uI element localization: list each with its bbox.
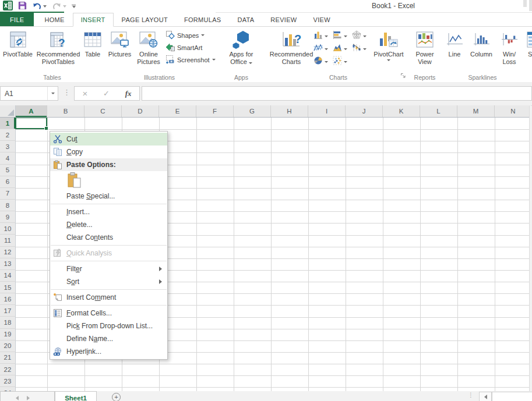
tab-file[interactable]: FILE: [0, 13, 34, 26]
next-sheet-icon[interactable]: [27, 396, 30, 400]
new-sheet-button[interactable]: +: [112, 393, 121, 401]
menu-item-sort[interactable]: Sort: [50, 275, 167, 288]
menu-item-filter[interactable]: Filter: [50, 262, 167, 275]
insert-area-chart-button[interactable]: [332, 42, 351, 55]
tab-formulas[interactable]: FORMULAS: [176, 13, 230, 26]
row-header-16[interactable]: 16: [0, 293, 16, 305]
insert-pie-chart-button[interactable]: [313, 55, 332, 68]
row-header-12[interactable]: 12: [0, 247, 16, 258]
shapes-button[interactable]: Shapes: [164, 29, 213, 41]
cancel-button[interactable]: ×: [82, 88, 87, 98]
column-header-N[interactable]: N: [495, 105, 532, 117]
formula-input[interactable]: [142, 86, 532, 101]
column-header-J[interactable]: J: [346, 105, 383, 117]
row-header-20[interactable]: 20: [0, 340, 16, 352]
recommended-pivottables-button[interactable]: ? Recommended PivotTables: [34, 28, 83, 66]
name-box[interactable]: A1: [0, 86, 58, 101]
row-header-4[interactable]: 4: [0, 152, 16, 164]
online-pictures-button[interactable]: Online Pictures: [133, 28, 164, 66]
apps-for-office-button[interactable]: Apps for Office: [224, 28, 259, 66]
paste-large-icon[interactable]: [66, 172, 83, 189]
row-header-10[interactable]: 10: [0, 223, 16, 235]
row-header-15[interactable]: 15: [0, 282, 16, 293]
menu-item-copy[interactable]: Copy: [50, 146, 167, 158]
menu-item-format-cells[interactable]: Format Cells...: [50, 307, 167, 320]
menu-item-quick-analysis[interactable]: Quick Analysis: [50, 247, 167, 260]
row-header-8[interactable]: 8: [0, 200, 16, 211]
menu-item-insert[interactable]: Insert...: [50, 205, 167, 218]
menu-item-delete[interactable]: Delete...: [50, 218, 167, 231]
tab-page-layout[interactable]: PAGE LAYOUT: [114, 13, 176, 26]
column-header-L[interactable]: L: [420, 105, 457, 117]
column-header-G[interactable]: G: [234, 105, 271, 117]
column-header-H[interactable]: H: [271, 105, 308, 117]
horizontal-scrollbar[interactable]: [492, 392, 532, 401]
menu-item-insert-comment[interactable]: Insert Comment: [50, 291, 167, 304]
row-header-3[interactable]: 3: [0, 141, 16, 152]
sheet-tab-sheet1[interactable]: Sheet1: [55, 391, 97, 401]
column-header-B[interactable]: B: [47, 105, 84, 117]
row-header-13[interactable]: 13: [0, 258, 16, 270]
menu-item-cut[interactable]: Cut: [50, 133, 167, 146]
row-header-22[interactable]: 22: [0, 364, 16, 375]
recommended-charts-button[interactable]: ? Recommended Charts: [270, 28, 313, 66]
undo-button[interactable]: [32, 2, 47, 11]
menu-item-hyperlink[interactable]: Hyperlink...: [50, 345, 167, 358]
tab-scrollbar-splitter[interactable]: ⋮: [468, 392, 474, 398]
redo-button[interactable]: [52, 2, 66, 11]
sparkline-winloss-button[interactable]: Win/ Loss: [496, 28, 522, 66]
tab-insert[interactable]: INSERT: [73, 13, 114, 27]
scroll-left-button[interactable]: [479, 392, 492, 401]
tab-view[interactable]: VIEW: [305, 13, 339, 26]
row-header-5[interactable]: 5: [0, 165, 16, 176]
customize-qat-button[interactable]: [72, 5, 76, 8]
menu-item-pick-from-list[interactable]: Pick From Drop-down List...: [50, 320, 167, 332]
name-box-dropdown-icon[interactable]: [47, 87, 58, 100]
sparkline-column-button[interactable]: Column: [466, 28, 496, 58]
column-header-C[interactable]: C: [84, 105, 122, 117]
menu-item-define-name[interactable]: Define Name...: [50, 332, 167, 345]
row-header-18[interactable]: 18: [0, 317, 16, 328]
pivottable-button[interactable]: PivotTable: [2, 28, 34, 58]
row-header-21[interactable]: 21: [0, 352, 16, 364]
undo-dropdown-icon[interactable]: [43, 5, 47, 8]
table-button[interactable]: Table: [83, 28, 103, 58]
menu-item-paste[interactable]: [50, 171, 167, 190]
tab-home[interactable]: HOME: [36, 13, 72, 26]
row-header-23[interactable]: 23: [0, 375, 16, 387]
insert-scatter-chart-button[interactable]: [332, 55, 351, 68]
row-header-9[interactable]: 9: [0, 211, 16, 223]
row-header-24[interactable]: 24: [0, 387, 16, 391]
enter-button[interactable]: ✓: [103, 89, 110, 98]
insert-bar-chart-button[interactable]: [332, 30, 351, 42]
menu-item-paste-special[interactable]: Paste Special...: [50, 190, 167, 203]
vertical-scrollbar-sliver[interactable]: [529, 106, 532, 391]
column-header-I[interactable]: I: [308, 105, 346, 117]
sparkline-line-button[interactable]: Line: [443, 28, 466, 58]
column-header-K[interactable]: K: [383, 105, 420, 117]
row-header-17[interactable]: 17: [0, 305, 16, 317]
column-header-F[interactable]: F: [196, 105, 234, 117]
row-header-7[interactable]: 7: [0, 188, 16, 200]
column-header-A[interactable]: A: [16, 105, 47, 117]
row-header-14[interactable]: 14: [0, 270, 16, 282]
column-header-E[interactable]: E: [159, 105, 196, 117]
save-button[interactable]: [18, 1, 27, 12]
row-header-1[interactable]: 1: [0, 118, 16, 129]
row-header-6[interactable]: 6: [0, 176, 16, 188]
insert-stock-chart-button[interactable]: [351, 42, 371, 55]
selected-cell-A1[interactable]: [15, 118, 47, 129]
row-header-19[interactable]: 19: [0, 329, 16, 340]
tab-review[interactable]: REVIEW: [262, 13, 305, 26]
tab-data[interactable]: DATA: [229, 13, 262, 26]
insert-radar-chart-button[interactable]: [351, 30, 371, 42]
insert-line-chart-button[interactable]: [313, 42, 332, 55]
insert-column-chart-button[interactable]: [313, 30, 332, 42]
row-header-11[interactable]: 11: [0, 235, 16, 246]
insert-function-button[interactable]: fx: [125, 89, 132, 98]
screenshot-button[interactable]: Screenshot: [164, 54, 213, 66]
menu-item-clear-contents[interactable]: Clear Contents: [50, 231, 167, 244]
previous-sheet-icon[interactable]: [16, 396, 19, 400]
column-header-M[interactable]: M: [457, 105, 495, 117]
row-header-2[interactable]: 2: [0, 129, 16, 141]
